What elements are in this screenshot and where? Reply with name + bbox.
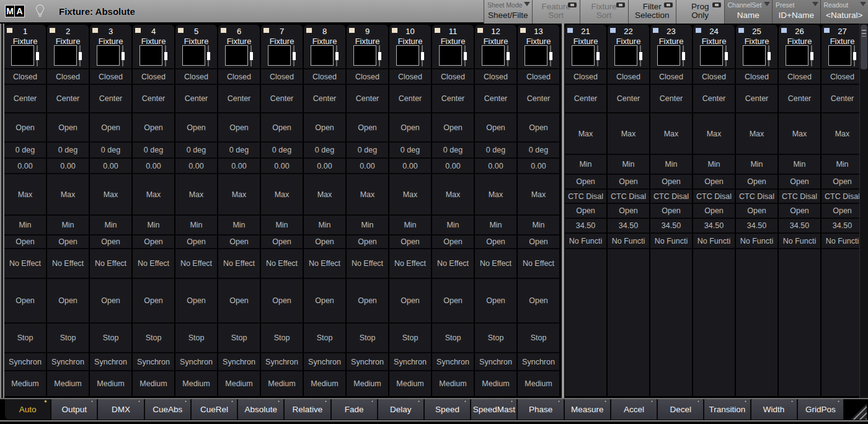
- tab-speed[interactable]: Speed: [425, 399, 471, 420]
- attribute-cell[interactable]: Medium: [475, 370, 516, 396]
- attribute-cell[interactable]: Center: [822, 84, 859, 112]
- attribute-cell[interactable]: 0.00: [518, 157, 559, 173]
- attribute-cell[interactable]: 0 deg: [90, 141, 131, 157]
- attribute-cell[interactable]: Open: [565, 174, 606, 188]
- attribute-cell[interactable]: 0.00: [261, 157, 303, 173]
- attribute-cell[interactable]: Min: [133, 214, 174, 234]
- attribute-cell[interactable]: Open: [779, 174, 820, 188]
- attribute-cell[interactable]: Closed: [736, 68, 777, 84]
- attribute-cell[interactable]: 0.00: [218, 157, 260, 173]
- tab-dmx[interactable]: DMX: [98, 399, 144, 420]
- attribute-cell[interactable]: Center: [304, 84, 345, 112]
- attribute-cell[interactable]: Open: [218, 234, 260, 248]
- tab-cuerel[interactable]: CueRel: [192, 399, 238, 420]
- attribute-cell[interactable]: Center: [261, 84, 303, 112]
- attribute-cell[interactable]: Medium: [389, 370, 431, 396]
- attribute-cell[interactable]: 0 deg: [518, 141, 559, 157]
- attribute-cell[interactable]: Stop: [218, 322, 260, 352]
- attribute-cell[interactable]: Open: [4, 234, 46, 248]
- attribute-cell[interactable]: Medium: [133, 370, 174, 396]
- attribute-cell[interactable]: Open: [822, 203, 859, 218]
- attribute-cell[interactable]: Medium: [218, 370, 260, 396]
- dimmer-cell[interactable]: [218, 45, 260, 68]
- dimmer-cell[interactable]: [389, 45, 431, 68]
- fixture-header[interactable]: 12Fixture: [475, 25, 516, 45]
- attribute-cell[interactable]: Open: [475, 278, 516, 322]
- fixture-header[interactable]: 23Fixture: [650, 25, 692, 45]
- attribute-cell[interactable]: Medium: [261, 370, 303, 396]
- attribute-cell[interactable]: Open: [475, 112, 516, 141]
- attribute-cell[interactable]: Open: [518, 278, 559, 322]
- attribute-cell[interactable]: Open: [90, 112, 131, 141]
- fixture-header[interactable]: 1Fixture: [4, 25, 46, 45]
- attribute-cell[interactable]: Min: [47, 214, 89, 234]
- tab-measure[interactable]: Measure: [565, 399, 611, 420]
- attribute-cell[interactable]: Closed: [218, 68, 260, 84]
- attribute-cell[interactable]: Center: [693, 84, 735, 112]
- attribute-cell[interactable]: Max: [565, 112, 606, 154]
- attribute-cell[interactable]: Stop: [475, 322, 516, 352]
- attribute-cell[interactable]: Open: [175, 234, 217, 248]
- attribute-cell[interactable]: Closed: [261, 68, 303, 84]
- attribute-cell[interactable]: Closed: [175, 68, 217, 84]
- attribute-cell[interactable]: Min: [304, 214, 345, 234]
- attribute-cell[interactable]: No Effect: [518, 248, 559, 278]
- attribute-cell[interactable]: Medium: [4, 370, 46, 396]
- attribute-cell[interactable]: [736, 248, 777, 396]
- vertical-scrollbar[interactable]: [859, 24, 868, 398]
- dimmer-cell[interactable]: [475, 45, 516, 68]
- attribute-cell[interactable]: Max: [218, 173, 260, 214]
- attribute-cell[interactable]: [608, 248, 649, 396]
- attribute-cell[interactable]: Max: [650, 112, 692, 154]
- attribute-cell[interactable]: Center: [389, 84, 431, 112]
- attribute-cell[interactable]: Max: [518, 173, 559, 214]
- fixture-header[interactable]: 3Fixture: [90, 25, 131, 45]
- attribute-cell[interactable]: 0.00: [304, 157, 345, 173]
- fixture-header[interactable]: 6Fixture: [218, 25, 260, 45]
- attribute-cell[interactable]: Open: [650, 174, 692, 188]
- dimmer-cell[interactable]: [47, 45, 89, 68]
- dimmer-cell[interactable]: [304, 45, 345, 68]
- attribute-cell[interactable]: Min: [175, 214, 217, 234]
- attribute-cell[interactable]: 0.00: [432, 157, 474, 173]
- dimmer-cell[interactable]: [4, 45, 46, 68]
- attribute-cell[interactable]: Closed: [432, 68, 474, 84]
- attribute-cell[interactable]: CTC Disal: [608, 188, 649, 203]
- attribute-cell[interactable]: Medium: [432, 370, 474, 396]
- filter-selection-button[interactable]: Filter Selection: [628, 0, 676, 24]
- attribute-cell[interactable]: Closed: [475, 68, 516, 84]
- preset-button[interactable]: PresetID+Name: [772, 0, 820, 24]
- attribute-cell[interactable]: Center: [90, 84, 131, 112]
- fixture-header[interactable]: 11Fixture: [432, 25, 474, 45]
- attribute-cell[interactable]: Open: [47, 278, 89, 322]
- fixture-header[interactable]: 21Fixture: [565, 25, 606, 45]
- attribute-cell[interactable]: 0 deg: [347, 141, 388, 157]
- attribute-cell[interactable]: 0.00: [347, 157, 388, 173]
- attribute-cell[interactable]: Open: [175, 278, 217, 322]
- attribute-cell[interactable]: Open: [90, 234, 131, 248]
- attribute-cell[interactable]: Stop: [518, 322, 559, 352]
- attribute-cell[interactable]: 34.50: [608, 218, 649, 232]
- attribute-cell[interactable]: [693, 248, 735, 396]
- attribute-cell[interactable]: 0.00: [475, 157, 516, 173]
- tab-decel[interactable]: Decel: [658, 399, 704, 420]
- attribute-cell[interactable]: Min: [389, 214, 431, 234]
- attribute-cell[interactable]: Open: [518, 112, 559, 141]
- attribute-cell[interactable]: No Effect: [4, 248, 46, 278]
- attribute-cell[interactable]: Min: [90, 214, 131, 234]
- attribute-cell[interactable]: 0.00: [175, 157, 217, 173]
- attribute-cell[interactable]: 0.00: [133, 157, 174, 173]
- attribute-cell[interactable]: No Effect: [90, 248, 131, 278]
- dimmer-cell[interactable]: [518, 45, 559, 68]
- attribute-cell[interactable]: Closed: [693, 68, 735, 84]
- attribute-cell[interactable]: Open: [432, 112, 474, 141]
- dimmer-cell[interactable]: [347, 45, 388, 68]
- attribute-cell[interactable]: Center: [736, 84, 777, 112]
- attribute-cell[interactable]: 0.00: [4, 157, 46, 173]
- attribute-cell[interactable]: Synchron: [518, 352, 559, 370]
- left-scrollbar[interactable]: [0, 24, 4, 398]
- attribute-cell[interactable]: Max: [90, 173, 131, 214]
- attribute-cell[interactable]: Open: [608, 174, 649, 188]
- attribute-cell[interactable]: Open: [90, 278, 131, 322]
- attribute-cell[interactable]: 0 deg: [475, 141, 516, 157]
